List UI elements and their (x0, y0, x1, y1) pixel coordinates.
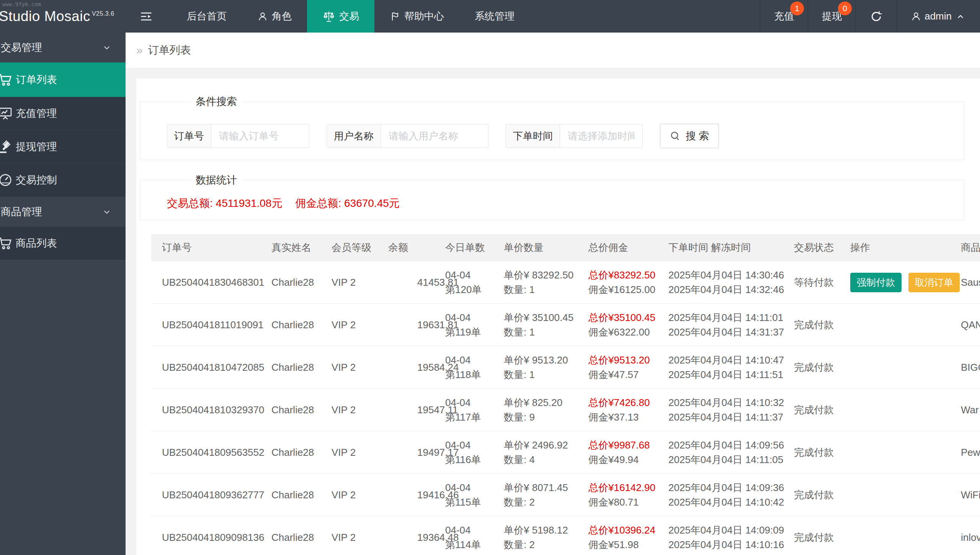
today-orders: 04-04第119单 (445, 310, 504, 339)
menu-toggle-icon (139, 10, 153, 23)
balance: 41453.81 (388, 277, 445, 288)
nav-item-help[interactable]: 帮助中心 (374, 0, 459, 33)
username: admin (924, 10, 952, 22)
top-navbar: www.9fym.com Studio MosaicV25.3.6 后台首页 角… (0, 0, 980, 33)
order-times: 2025年04月04日 14:09:362025年04月04日 14:10:42 (668, 480, 794, 509)
total-commission: 总价¥16142.90佣金¥80.71 (588, 480, 668, 509)
app-screen: www.9fym.com Studio MosaicV25.3.6 后台首页 角… (0, 0, 980, 555)
status: 等待付款 (794, 276, 850, 289)
sidebar-item-trade-control[interactable]: 交易控制 (0, 164, 126, 197)
order-time-input[interactable] (560, 124, 642, 147)
unit-qty: 单价¥ 5198.12数量: 2 (504, 523, 588, 552)
user-menu[interactable]: admin (897, 0, 980, 33)
stats-panel-legend: 数据统计 (191, 173, 242, 187)
stats-panel: 数据统计 交易总额: 4511931.08元 佣金总额: 63670.45元 (140, 173, 965, 220)
real-name: Charlie28 (271, 362, 332, 373)
table-row: UB2504041811019091 Charlie28 VIP 2 19631… (151, 304, 980, 346)
total-commission: 总价¥35100.45佣金¥6322.00 (588, 310, 668, 339)
total-commission: 总价¥83292.50佣金¥16125.00 (588, 268, 668, 297)
sidebar-item-withdraw-mgmt[interactable]: 提现管理 (0, 130, 126, 164)
product-name: QANI (961, 319, 980, 331)
unit-qty: 单价¥ 825.20数量: 9 (504, 395, 588, 424)
nav-item-trade[interactable]: 交易 (307, 0, 374, 33)
cart-icon (0, 72, 14, 87)
vip-level: VIP 2 (332, 447, 388, 458)
order-times: 2025年04月04日 14:11:012025年04月04日 14:31:37 (668, 310, 794, 339)
order-times: 2025年04月04日 14:10:322025年04月04日 14:11:37 (668, 395, 794, 424)
col-status: 交易状态 (794, 241, 850, 254)
nav-item-dashboard[interactable]: 后台首页 (172, 0, 242, 33)
product-name: BIGO (961, 362, 980, 373)
status: 完成付款 (794, 318, 850, 332)
product-name: War o (961, 404, 980, 416)
app-version: V25.3.6 (92, 10, 114, 17)
sidebar-group-trade[interactable]: 交易管理 (0, 33, 126, 62)
scales-icon (322, 10, 335, 23)
nav-item-roles[interactable]: 角色 (242, 0, 307, 33)
total-commission: 总价¥9513.20佣金¥47.57 (588, 353, 668, 382)
real-name: Charlie28 (271, 489, 332, 501)
status: 完成付款 (794, 531, 850, 544)
order-no: UB2504041809362777 (162, 489, 271, 501)
vip-level: VIP 2 (332, 277, 388, 288)
order-no-input[interactable] (211, 124, 309, 147)
balance: 19497.17 (388, 447, 445, 458)
sidebar-toggle-button[interactable] (131, 0, 162, 33)
force-pay-button[interactable]: 强制付款 (850, 273, 902, 292)
user-icon (911, 11, 921, 22)
order-no: UB2504041810329370 (162, 404, 271, 416)
sidebar-group-product[interactable]: 商品管理 (0, 197, 126, 227)
product-name: WiFi (961, 489, 980, 501)
unit-qty: 单价¥ 9513.20数量: 1 (504, 353, 588, 382)
unit-qty: 单价¥ 2496.92数量: 4 (504, 438, 588, 467)
order-no: UB2504041809563552 (162, 447, 271, 458)
search-button[interactable]: 搜 索 (660, 124, 719, 148)
sidebar: 交易管理 订单列表 充值管理 提现管理 交易控制 商品管理 商品列表 (0, 33, 126, 555)
sidebar-item-recharge-mgmt[interactable]: 充值管理 (0, 97, 126, 130)
today-orders: 04-04第116单 (445, 438, 504, 467)
refresh-icon (870, 10, 883, 23)
real-name: Charlie28 (271, 277, 332, 288)
real-name: Charlie28 (271, 319, 332, 331)
withdraw-badge: 0 (838, 2, 852, 15)
status: 完成付款 (794, 488, 850, 502)
unit-qty: 单价¥ 35100.45数量: 1 (504, 310, 588, 339)
today-orders: 04-04第115单 (445, 480, 504, 509)
user-name-label: 用户名称 (327, 124, 381, 147)
withdraw-button[interactable]: 提现 0 (808, 0, 856, 33)
unit-qty: 单价¥ 8071.45数量: 2 (504, 480, 588, 509)
table-row: UB2504041809563552 Charlie28 VIP 2 19497… (151, 431, 980, 474)
chart-board-icon (0, 106, 14, 121)
today-orders: 04-04第114单 (445, 523, 504, 552)
total-commission: 总价¥7426.80佣金¥37.13 (588, 395, 668, 424)
balance: 19416.46 (388, 489, 445, 501)
refresh-button[interactable] (856, 0, 897, 33)
col-balance: 余额 (388, 241, 445, 254)
cancel-order-button[interactable]: 取消订单 (908, 273, 960, 292)
col-actions: 操作 (850, 241, 961, 254)
vip-level: VIP 2 (332, 404, 388, 416)
balance: 19547.11 (388, 404, 445, 416)
sidebar-item-order-list[interactable]: 订单列表 (0, 62, 126, 97)
col-unit-qty: 单价数量 (504, 241, 588, 254)
sidebar-item-product-list[interactable]: 商品列表 (0, 227, 126, 260)
today-orders: 04-04第117单 (445, 395, 504, 424)
recharge-button[interactable]: 充值 1 (760, 0, 808, 33)
order-no-field-group: 订单号 (167, 124, 309, 148)
status: 完成付款 (794, 361, 850, 374)
total-commission: 总价¥9987.68佣金¥49.94 (588, 438, 668, 467)
order-times: 2025年04月04日 14:30:462025年04月04日 14:32:46 (668, 268, 794, 297)
nav-item-system[interactable]: 系统管理 (459, 0, 530, 33)
chevron-down-icon (101, 42, 113, 53)
user-name-input[interactable] (381, 124, 488, 147)
order-times: 2025年04月04日 14:10:472025年04月04日 14:11:51 (668, 353, 794, 382)
search-icon (670, 130, 681, 142)
main-nav: 后台首页 角色 交易 帮助中心 系统管理 (172, 0, 530, 33)
order-no: UB2504041830468301 (162, 277, 271, 288)
unit-qty: 单价¥ 83292.50数量: 1 (504, 268, 588, 297)
product-name: inlove (961, 532, 980, 544)
order-no: UB2504041811019091 (162, 319, 271, 331)
order-no: UB2504041810472085 (162, 362, 271, 373)
table-row: UB2504041809098136 Charlie28 VIP 2 19364… (151, 516, 980, 555)
col-times: 下单时间 解冻时间 (668, 241, 794, 254)
